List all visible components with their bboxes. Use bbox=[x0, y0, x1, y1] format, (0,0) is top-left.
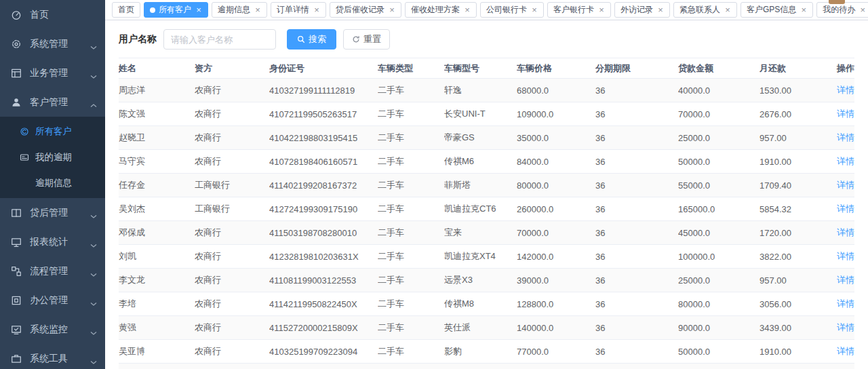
table-cell: 957.00 bbox=[760, 126, 823, 150]
tab-label: 逾期信息 bbox=[218, 4, 250, 16]
table-cell: 410327199111112819 bbox=[269, 79, 378, 102]
customer-name-input[interactable] bbox=[163, 29, 276, 50]
reset-button[interactable]: 重置 bbox=[343, 29, 390, 50]
detail-link[interactable]: 详情 bbox=[837, 322, 854, 332]
sidebar-item-home[interactable]: 首页 bbox=[0, 0, 105, 29]
table-cell: 55000.0 bbox=[678, 174, 760, 197]
tab-my-todo[interactable]: 我的待办× bbox=[816, 2, 868, 18]
tab-customer-bank-card[interactable]: 客户银行卡× bbox=[547, 2, 611, 18]
tab-label: 外访记录 bbox=[620, 4, 653, 16]
detail-link[interactable]: 详情 bbox=[837, 85, 854, 95]
sidebar-item-customer-mgmt[interactable]: 客户管理 bbox=[0, 88, 105, 117]
table-cell: 二手车 bbox=[378, 126, 444, 150]
sidebar-item-overdue-info[interactable]: 逾期信息 bbox=[0, 170, 105, 196]
tab-order-detail[interactable]: 订单详情× bbox=[271, 2, 326, 18]
close-icon[interactable]: × bbox=[531, 5, 538, 14]
column-header: 车辆型号 bbox=[444, 58, 517, 79]
tab-all-customers[interactable]: 所有客户× bbox=[144, 2, 208, 18]
search-button[interactable]: 搜索 bbox=[287, 29, 336, 50]
sidebar-item-label: 首页 bbox=[30, 9, 97, 21]
table-cell: 25000.0 bbox=[678, 126, 760, 150]
detail-link[interactable]: 详情 bbox=[837, 203, 854, 214]
sidebar-item-postloan-mgmt[interactable]: 贷后管理 bbox=[0, 198, 105, 227]
table-cell: 黄强 bbox=[119, 316, 195, 340]
table-cell: 二手车 bbox=[378, 221, 444, 245]
tab-label: 客户银行卡 bbox=[553, 4, 594, 16]
detail-link[interactable]: 详情 bbox=[837, 346, 854, 356]
customer-table: 姓名资方身份证号车辆类型车辆型号车辆价格分期期限贷款金额月还款操作 周志洋农商行… bbox=[119, 58, 854, 369]
close-icon[interactable]: × bbox=[657, 5, 664, 14]
table-cell: 2676.00 bbox=[760, 102, 823, 126]
close-icon[interactable]: × bbox=[598, 5, 605, 14]
detail-link[interactable]: 详情 bbox=[837, 156, 854, 166]
sidebar-item-label: 客户管理 bbox=[30, 96, 90, 109]
table-cell: 50000.0 bbox=[678, 340, 760, 364]
close-icon[interactable]: × bbox=[859, 5, 866, 14]
table-cell: 84000.0 bbox=[517, 150, 595, 174]
detail-link[interactable]: 详情 bbox=[837, 275, 854, 285]
detail-link[interactable]: 详情 bbox=[837, 251, 854, 261]
tab-customer-gps[interactable]: 客户GPS信息× bbox=[741, 2, 813, 18]
table-cell: 36 bbox=[595, 292, 678, 316]
sidebar-item-label: 所有客户 bbox=[35, 125, 97, 138]
tab-visit-records[interactable]: 外访记录× bbox=[614, 2, 670, 18]
sidebar-item-all-customers[interactable]: 所有客户 bbox=[0, 119, 105, 144]
column-header: 车辆类型 bbox=[378, 58, 444, 79]
tab-collection-plans[interactable]: 催收处理方案× bbox=[405, 2, 477, 18]
sidebar-item-system-monitor[interactable]: 系统监控 bbox=[0, 315, 105, 344]
sidebar-item-business-mgmt[interactable]: 业务管理 bbox=[0, 58, 105, 88]
tab-company-bank-card[interactable]: 公司银行卡× bbox=[480, 2, 544, 18]
table-cell: 128800.0 bbox=[517, 292, 595, 316]
detail-link[interactable]: 详情 bbox=[837, 109, 854, 119]
detail-link[interactable]: 详情 bbox=[837, 227, 854, 237]
table-cell: 100000.0 bbox=[678, 245, 760, 269]
table-cell-action: 详情 bbox=[823, 126, 854, 150]
detail-link[interactable]: 详情 bbox=[837, 132, 854, 142]
table-cell: 工商银行 bbox=[195, 174, 269, 197]
sidebar-item-my-overdue[interactable]: 我的逾期 bbox=[0, 144, 105, 170]
close-icon[interactable]: × bbox=[313, 5, 320, 14]
table-cell: 宝来 bbox=[444, 221, 517, 245]
sidebar-item-office-mgmt[interactable]: 办公管理 bbox=[0, 286, 105, 315]
close-icon[interactable]: × bbox=[464, 5, 471, 14]
clients-icon bbox=[20, 127, 29, 136]
sidebar-item-system-tools[interactable]: 系统工具 bbox=[0, 344, 105, 369]
table-cell: 邓保成 bbox=[119, 221, 195, 245]
close-icon[interactable]: × bbox=[800, 5, 807, 14]
table-cell: 农商行 bbox=[195, 245, 269, 269]
sidebar-item-label: 报表统计 bbox=[30, 236, 90, 248]
tab-emergency-contacts[interactable]: 紧急联系人× bbox=[673, 2, 737, 18]
table-cell: 农商行 bbox=[195, 221, 269, 245]
table-cell-action: 详情 bbox=[823, 269, 854, 292]
tab-postloan-collection-records[interactable]: 贷后催收记录× bbox=[330, 2, 401, 18]
tab-home[interactable]: 首页 bbox=[112, 2, 140, 18]
table-cell: 二手车 bbox=[378, 79, 444, 102]
table-cell: 411081199003122553 bbox=[269, 269, 378, 292]
table-cell: 周明辉 bbox=[119, 364, 195, 369]
table-row: 陈文强农商行410721199505263517二手车长安UNI-T109000… bbox=[119, 102, 854, 126]
table-cell: 二手车 bbox=[378, 102, 444, 126]
detail-link[interactable]: 详情 bbox=[837, 180, 854, 190]
table-cell: 二手车 bbox=[378, 197, 444, 221]
table-cell-action: 详情 bbox=[823, 340, 854, 364]
close-icon[interactable]: × bbox=[195, 5, 202, 14]
close-icon[interactable]: × bbox=[254, 5, 261, 14]
sidebar-item-report-stats[interactable]: 报表统计 bbox=[0, 227, 105, 256]
table-cell: 36 bbox=[595, 126, 678, 150]
tab-label: 紧急联系人 bbox=[679, 4, 720, 16]
close-icon[interactable]: × bbox=[389, 5, 395, 14]
table-row: 吴刘杰工商银行412724199309175190二手车凯迪拉克CT626000… bbox=[119, 197, 854, 221]
close-icon[interactable]: × bbox=[724, 5, 731, 14]
customer-table-wrap: 姓名资方身份证号车辆类型车辆型号车辆价格分期期限贷款金额月还款操作 周志洋农商行… bbox=[105, 58, 868, 369]
monitor-icon bbox=[11, 324, 22, 335]
chart-icon bbox=[11, 237, 22, 248]
table-cell: 轩逸 bbox=[444, 364, 517, 369]
sidebar-item-system-mgmt[interactable]: 系统管理 bbox=[0, 29, 105, 58]
table-cell: 39000.0 bbox=[517, 269, 595, 292]
tab-overdue-info[interactable]: 逾期信息× bbox=[212, 2, 267, 18]
table-cell: 957.00 bbox=[760, 269, 823, 292]
table-cell bbox=[678, 364, 760, 369]
column-header: 身份证号 bbox=[269, 58, 378, 79]
sidebar-item-process-mgmt[interactable]: 流程管理 bbox=[0, 256, 105, 286]
detail-link[interactable]: 详情 bbox=[837, 298, 854, 309]
